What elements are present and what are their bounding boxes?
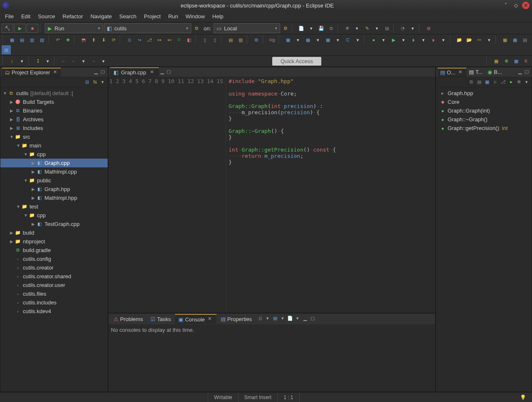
minimize-outline-icon[interactable]: ▁ [517, 69, 523, 76]
menu-window[interactable]: Window [182, 12, 208, 21]
ol-tb-6[interactable]: ● [507, 79, 514, 86]
expand-icon[interactable]: ▼ [23, 152, 29, 157]
tree-row[interactable]: ▫cutils.files [0, 289, 108, 298]
tab-console[interactable]: ▣Console✕ [175, 314, 217, 324]
ol-tb-3[interactable]: ▦ [484, 79, 490, 86]
expand-icon[interactable]: ▶ [30, 196, 36, 200]
close-editor-tab-icon[interactable]: ✕ [149, 69, 155, 76]
tb2-35[interactable]: ▾ [399, 35, 408, 44]
tab-properties[interactable]: ▤Properties [217, 315, 255, 324]
tb2-26[interactable]: ▦ [303, 35, 313, 44]
tb2-43[interactable]: ▾ [485, 35, 494, 44]
project-combo[interactable]: ◧cutils▾ [104, 23, 191, 33]
nav-back-drop[interactable]: ▾ [79, 56, 88, 66]
tree-row[interactable]: ▶🗄Archives [0, 115, 108, 124]
menu-file[interactable]: File [2, 12, 17, 21]
editor-tab[interactable]: ◧ Graph.cpp ✕ [110, 67, 159, 77]
tb2-13[interactable]: ⎇ [145, 35, 154, 44]
tb2-2[interactable]: ▤ [17, 35, 27, 44]
no-entry-icon[interactable]: ⊘ [424, 24, 433, 33]
page-icon[interactable]: ▤ [382, 24, 392, 33]
tree-row[interactable]: ▫cutils.creator.user [0, 281, 108, 289]
tab-problems[interactable]: ⚠Problems [110, 315, 146, 324]
minimize-editor-icon[interactable]: ▁ [159, 69, 165, 76]
ol-tb-8[interactable]: ▾ [523, 79, 530, 86]
project-tree[interactable]: ▼⧉ cutils [[default] default :] ▶🎯Build … [0, 88, 108, 392]
tb2-16[interactable]: ⚐ [175, 35, 184, 44]
wand-drop[interactable]: ▾ [372, 24, 382, 33]
expand-icon[interactable]: ▶ [30, 187, 36, 191]
gear2-icon[interactable]: ⚙ [281, 24, 290, 33]
menu-help[interactable]: Help [209, 12, 227, 21]
tb2-8[interactable]: ⬆ [89, 35, 98, 44]
menu-refactor[interactable]: Refactor [59, 12, 86, 21]
ol-tb-1[interactable]: ⧉ [468, 79, 475, 86]
minimize-bottom-icon[interactable]: ▁ [302, 316, 308, 322]
code-editor[interactable]: 1 2 3 4 5 6 7 8 9 10 11 12 13 14 15 #inc… [108, 77, 435, 313]
outline-tab-t[interactable]: ▤T... [466, 68, 485, 76]
maximize-outline-icon[interactable]: ▢ [523, 69, 530, 76]
expand-icon[interactable]: ▼ [23, 213, 29, 218]
tb2-6[interactable]: ✚ [63, 35, 72, 44]
ol-tb-5[interactable]: ⎇ [500, 79, 506, 86]
run-mode-combo[interactable]: ▶Run▾ [45, 23, 103, 33]
outline-item[interactable]: ●Graph::getPrecision() : int [436, 124, 532, 132]
persp-cpp-icon[interactable]: ▦ [512, 57, 520, 65]
tb2-18[interactable]: ▯ [200, 35, 209, 44]
menu-project[interactable]: Project [140, 12, 164, 21]
gear-icon[interactable]: ⚙ [192, 24, 201, 33]
tree-row[interactable]: ▶⧉Binaries [0, 106, 108, 115]
target-combo[interactable]: ▭Local▾ [214, 23, 280, 33]
tb2-20[interactable]: ▤ [226, 35, 235, 44]
ol-tb-2[interactable]: ▤ [476, 79, 483, 86]
tb2-14[interactable]: ↦ [155, 35, 164, 44]
tree-row[interactable]: ▶◧MathImpl.cpp [0, 167, 108, 176]
tb2-7[interactable]: ⬒ [79, 35, 88, 44]
tree-row[interactable]: ▶◧TestGraph.cpp [0, 220, 108, 228]
stop-button[interactable]: ■ [27, 24, 38, 33]
tree-row[interactable]: ▼📁cpp [0, 211, 108, 220]
tb2-45[interactable]: ▦ [510, 35, 520, 44]
quick-access[interactable]: Quick Access [272, 57, 321, 66]
tb2-30[interactable]: C [343, 35, 352, 44]
tree-row[interactable]: ▶🎯Build Targets [0, 98, 108, 106]
console-pin-icon[interactable]: ⎙ [257, 316, 264, 322]
expand-icon[interactable]: ▶ [9, 239, 15, 244]
close-outline-icon[interactable]: ✕ [457, 69, 464, 76]
tb2-4[interactable]: ▧ [37, 35, 47, 44]
tb2-24[interactable]: ▦ [283, 35, 293, 44]
expand-icon[interactable]: ▼ [15, 204, 21, 209]
tb2-1[interactable]: ▦ [7, 35, 17, 44]
minimize-button[interactable]: ˅ [502, 2, 510, 9]
tb2-39[interactable]: ▾ [439, 35, 448, 44]
collapse-all-icon[interactable]: ⊟ [84, 79, 90, 86]
link-editor-icon[interactable]: ⇆ [91, 79, 98, 86]
outline-tab-b[interactable]: ◉B... [485, 68, 505, 76]
tb2-47[interactable]: ▦ [2, 45, 11, 54]
tb2-37[interactable]: ▾ [419, 35, 428, 44]
new-icon[interactable]: 📄 [297, 24, 306, 33]
status-bulb-icon[interactable]: 💡 [514, 392, 532, 402]
nav-up-drop[interactable]: ▾ [17, 56, 27, 66]
tree-row[interactable]: ▫cutils.includes [0, 298, 108, 307]
tb2-46[interactable]: ▤ [520, 35, 530, 44]
outline-item[interactable]: ▸Graph.hpp [436, 89, 532, 98]
nav-down-icon[interactable]: ↧ [33, 56, 42, 66]
menu-edit[interactable]: Edit [18, 12, 34, 21]
console-open-icon[interactable]: ▤ [272, 316, 278, 322]
tree-row[interactable]: ▼📁test [0, 202, 108, 211]
debug-config-drop[interactable]: ▾ [352, 24, 362, 33]
expand-icon[interactable]: ▶ [30, 222, 36, 226]
tb2-19[interactable]: ▯ [210, 35, 219, 44]
expand-icon[interactable]: ▶ [9, 100, 15, 104]
code-content[interactable]: #include·"Graph.hpp" using·namespace·Cor… [226, 77, 338, 313]
tb2-34[interactable]: ▶ [389, 35, 398, 44]
expand-icon[interactable]: ▼ [23, 178, 29, 183]
save-icon[interactable]: 💾 [317, 24, 326, 33]
tb2-23[interactable]: Hg [268, 35, 277, 44]
run-play-button[interactable]: ▶ [14, 24, 26, 33]
nav-back2-icon[interactable]: ← [69, 56, 78, 66]
nav-fwd-drop[interactable]: ▾ [99, 56, 108, 66]
tb2-41[interactable]: 📂 [465, 35, 474, 44]
tree-row[interactable]: ▶📁nbproject [0, 237, 108, 246]
